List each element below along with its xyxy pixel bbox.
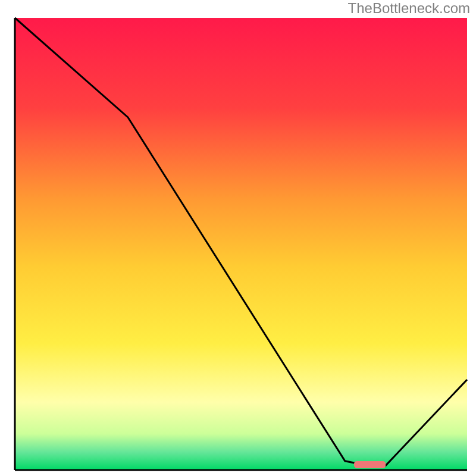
optimal-marker — [354, 461, 386, 468]
plot-background — [15, 18, 467, 470]
chart-container: TheBottleneck.com — [0, 0, 476, 476]
bottleneck-chart — [0, 0, 476, 476]
watermark-text: TheBottleneck.com — [348, 0, 470, 17]
